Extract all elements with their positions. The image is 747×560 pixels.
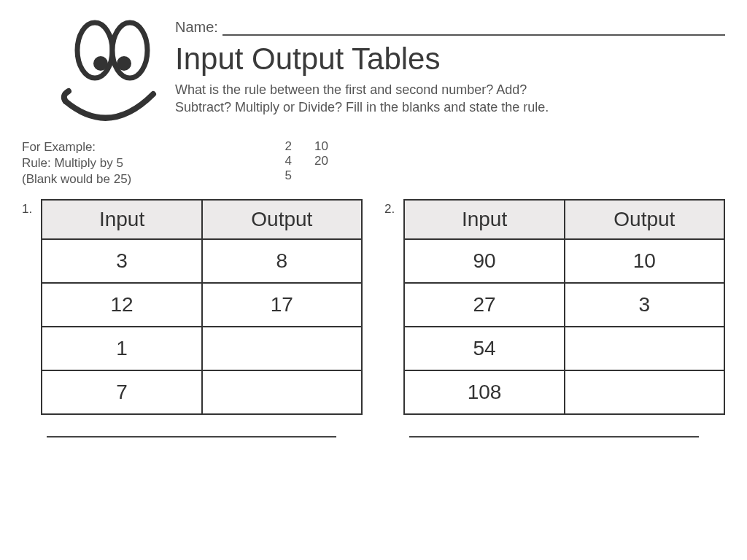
table-row: 7 (42, 370, 362, 414)
table-row: 12 17 (42, 283, 362, 327)
page-title: Input Output Tables (175, 42, 725, 77)
name-field[interactable]: Name: (175, 18, 725, 36)
output-cell[interactable]: 8 (202, 239, 362, 283)
rule-answer-line[interactable] (409, 435, 699, 438)
example-cell: 10 (299, 139, 328, 154)
example-cell: 20 (299, 154, 328, 168)
io-table-2: Input Output 90 10 27 3 54 (403, 199, 725, 415)
example-cell (299, 168, 328, 183)
svg-point-1 (112, 23, 147, 78)
problem-number: 1. (22, 199, 41, 217)
output-cell[interactable]: 17 (202, 283, 362, 327)
output-cell[interactable] (202, 370, 362, 414)
problem-1: 1. Input Output 3 8 12 17 1 (22, 199, 363, 438)
output-cell[interactable]: 3 (565, 283, 724, 327)
name-blank[interactable] (222, 18, 725, 36)
example-cell: 5 (263, 168, 292, 183)
example-label-1: For Example: (22, 139, 263, 155)
table-row: 54 (404, 327, 724, 370)
example-cell: 2 (263, 139, 292, 154)
input-cell: 108 (404, 370, 564, 414)
table-row: 1 (42, 327, 362, 370)
table-row: 3 8 (42, 239, 362, 283)
svg-point-2 (93, 56, 108, 71)
input-cell: 12 (42, 283, 201, 327)
table-row: 108 (404, 370, 724, 414)
input-cell: 54 (404, 327, 564, 370)
example-label-2: Rule: Multiply by 5 (22, 155, 263, 171)
problem-2: 2. Input Output 90 10 27 3 54 (384, 199, 725, 438)
name-label: Name: (175, 19, 218, 36)
input-cell: 1 (42, 327, 201, 370)
example-label-3: (Blank would be 25) (22, 171, 263, 187)
instructions-line-1: What is the rule between the first and s… (175, 82, 527, 97)
instructions-line-2: Subtract? Multiply or Divide? Fill in th… (175, 100, 549, 114)
rule-answer-line[interactable] (47, 435, 336, 438)
header-output: Output (202, 200, 362, 239)
cartoon-face-icon (22, 18, 168, 135)
example-section: For Example: Rule: Multiply by 5 (Blank … (22, 139, 725, 187)
input-cell: 3 (42, 239, 201, 283)
input-cell: 7 (42, 370, 201, 414)
output-cell[interactable] (565, 370, 724, 414)
example-cell: 4 (263, 154, 292, 168)
input-cell: 90 (404, 239, 564, 283)
svg-point-0 (77, 23, 112, 78)
io-table-1: Input Output 3 8 12 17 1 (41, 199, 363, 415)
header-output: Output (565, 200, 724, 239)
output-cell[interactable]: 10 (565, 239, 724, 283)
problem-number: 2. (384, 199, 403, 217)
table-row: 90 10 (404, 239, 724, 283)
output-cell[interactable] (565, 327, 724, 370)
example-table: 2 10 4 20 5 (263, 139, 328, 183)
table-row: 27 3 (404, 283, 724, 327)
input-cell: 27 (404, 283, 564, 327)
header-input: Input (42, 200, 201, 239)
output-cell[interactable] (202, 327, 362, 370)
svg-point-3 (117, 56, 131, 71)
instructions: What is the rule between the first and s… (175, 81, 725, 117)
header-input: Input (404, 200, 564, 239)
